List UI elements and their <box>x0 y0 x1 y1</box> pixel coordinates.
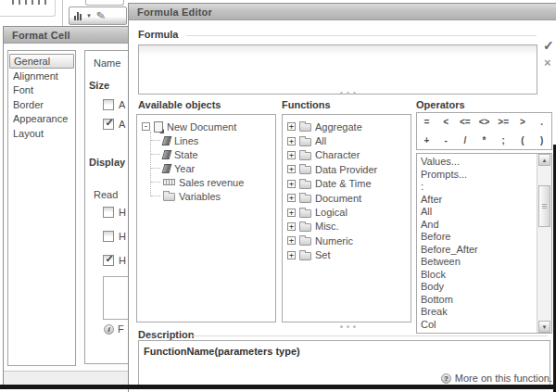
operator-list-item[interactable]: Block <box>421 269 551 282</box>
checkbox-row[interactable]: ✓ A <box>103 119 125 130</box>
operators-list-panel: Values...Prompts...:AfterAllAndBeforeBef… <box>416 153 552 334</box>
nav-item[interactable]: General <box>9 54 74 69</box>
expand-icon[interactable]: + <box>287 137 296 145</box>
operator-list-item[interactable]: Before_After <box>421 244 551 257</box>
function-category-row[interactable]: + Logical <box>283 205 411 219</box>
checkbox-row[interactable]: A <box>103 99 125 110</box>
chevron-down-icon[interactable]: ▼ <box>86 13 92 19</box>
nav-item-label: Appearance <box>13 113 68 124</box>
functions-label: Functions <box>282 99 331 110</box>
tree-item[interactable]: State <box>150 147 273 161</box>
expand-icon[interactable]: + <box>287 236 296 245</box>
operator-list-item[interactable]: Prompts... <box>421 169 551 182</box>
operator-button[interactable]: = <box>423 117 429 127</box>
nav-item[interactable]: Border <box>8 98 75 113</box>
operator-list-item[interactable]: And <box>421 219 551 232</box>
expand-icon[interactable]: + <box>287 194 296 202</box>
nav-item[interactable]: Font <box>8 83 75 98</box>
checkbox[interactable] <box>103 207 114 218</box>
operator-list-item[interactable]: After <box>421 194 551 207</box>
checkbox[interactable] <box>103 231 114 242</box>
expand-icon[interactable]: + <box>287 222 296 231</box>
tree-item[interactable]: Variables <box>150 189 273 203</box>
function-category-label: Misc. <box>315 221 339 232</box>
function-category-row[interactable]: + Document <box>283 191 411 205</box>
nav-item[interactable]: Layout <box>8 127 75 142</box>
folder-icon <box>299 237 311 246</box>
folder-icon <box>299 123 311 132</box>
operator-button[interactable]: > <box>520 117 525 127</box>
splitter-handle[interactable] <box>340 92 356 95</box>
checkbox-label: H <box>119 255 126 266</box>
operator-button[interactable]: - <box>444 135 447 145</box>
validate-formula-button[interactable]: ✓ <box>543 38 554 53</box>
expand-icon[interactable]: + <box>287 180 296 188</box>
scroll-down-icon[interactable]: ▼ <box>538 321 550 333</box>
function-category-row[interactable]: + Data Provider <box>283 162 411 176</box>
screen: ▼ ✎ Format Cell General Alignment Font <box>0 0 556 392</box>
checkbox[interactable] <box>103 99 114 110</box>
operator-list-item[interactable]: Col <box>421 319 551 332</box>
function-category-label: Data Provider <box>315 164 377 175</box>
nav-item[interactable]: Alignment <box>8 70 75 84</box>
operator-button[interactable]: <> <box>479 117 490 127</box>
operator-button[interactable]: ) <box>540 135 543 145</box>
function-category-row[interactable]: + Misc. <box>283 220 411 234</box>
checkbox-row[interactable]: H <box>103 231 126 242</box>
formula-editor-dialog: Formula Editor Formula ✓ × Available obj… <box>128 3 556 392</box>
function-category-label: Document <box>315 193 361 204</box>
operator-list-item[interactable]: Between <box>421 256 551 269</box>
bar-chart-icon[interactable] <box>74 11 82 20</box>
checkbox-label: A <box>119 119 125 130</box>
formula-editor-titlebar[interactable]: Formula Editor <box>129 4 556 20</box>
expand-icon[interactable]: + <box>287 122 296 131</box>
splitter-handle[interactable] <box>340 325 356 328</box>
checkbox-row[interactable]: H <box>103 207 126 218</box>
operator-button[interactable]: < <box>443 117 449 127</box>
operator-button[interactable]: ( <box>521 135 524 145</box>
operator-button[interactable]: <= <box>460 117 471 127</box>
expand-icon[interactable]: + <box>287 251 296 259</box>
function-category-row[interactable]: + Aggregate <box>283 120 411 133</box>
cancel-formula-button[interactable]: × <box>544 56 551 70</box>
nav-item[interactable]: Appearance <box>8 112 75 127</box>
operator-list-item[interactable]: All <box>421 206 551 219</box>
scroll-up-icon[interactable]: ▲ <box>538 154 550 166</box>
formula-input[interactable] <box>138 44 537 95</box>
function-category-row[interactable]: + All <box>283 133 411 147</box>
checkbox[interactable]: ✓ <box>103 119 114 130</box>
operator-list-item[interactable]: Bottom <box>421 294 551 307</box>
help-link[interactable]: ? More on this function. <box>441 373 552 384</box>
folder-icon <box>299 252 311 260</box>
scrollbar[interactable]: ▲ ▼ <box>537 154 551 333</box>
operator-button[interactable]: >= <box>498 117 509 127</box>
tree-item[interactable]: Sales revenue <box>150 175 273 189</box>
operator-button[interactable]: . <box>540 117 543 127</box>
expand-icon[interactable]: + <box>287 151 296 159</box>
operator-list-item[interactable]: Body <box>421 281 551 294</box>
checkbox-row[interactable]: ✓ H <box>103 255 126 266</box>
formula-pencil-icon[interactable]: ✎ <box>95 9 107 21</box>
function-category-row[interactable]: + Date & Time <box>283 177 411 191</box>
expand-icon[interactable]: + <box>287 165 296 173</box>
function-category-row[interactable]: + Set <box>283 248 411 262</box>
function-category-row[interactable]: + Character <box>283 148 411 162</box>
tree-root-row[interactable]: - New Document <box>142 120 273 133</box>
tree-item[interactable]: Year <box>150 161 273 175</box>
operator-button[interactable]: * <box>483 135 486 145</box>
operator-button[interactable]: + <box>423 135 429 145</box>
operator-button[interactable]: ; <box>502 135 505 145</box>
function-category-label: Date & Time <box>315 178 372 189</box>
checkbox-label: H <box>119 207 126 218</box>
scrollbar-thumb[interactable] <box>538 185 550 227</box>
operator-list-item[interactable]: Break <box>421 306 551 319</box>
operator-list-item[interactable]: Before <box>421 231 551 244</box>
checkbox[interactable]: ✓ <box>103 255 114 266</box>
operator-list-item[interactable]: : <box>421 181 551 194</box>
collapse-icon[interactable]: - <box>142 122 150 131</box>
function-category-row[interactable]: + Numeric <box>283 234 411 247</box>
tree-item[interactable]: Lines <box>150 133 273 147</box>
operator-list-item[interactable]: Values... <box>421 156 551 169</box>
expand-icon[interactable]: + <box>287 209 296 217</box>
operator-button[interactable]: / <box>463 135 466 145</box>
